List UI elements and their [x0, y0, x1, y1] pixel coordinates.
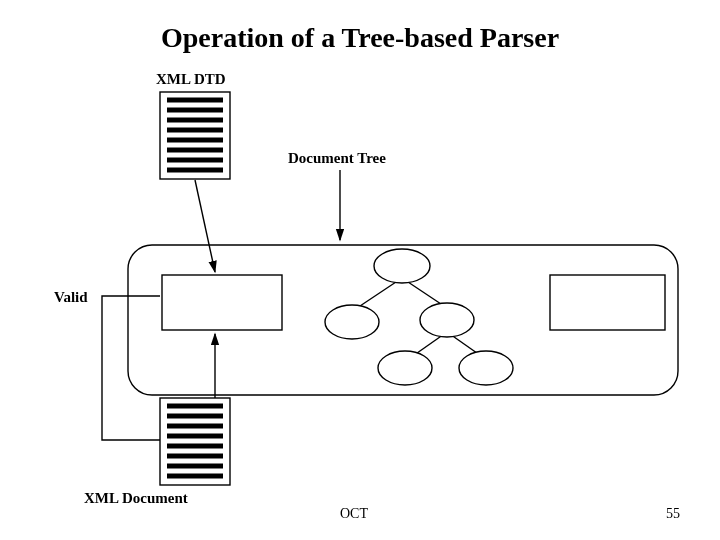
svg-point-22: [374, 249, 430, 283]
arrow-dtd-to-parser: [195, 180, 215, 272]
svg-point-25: [378, 351, 432, 385]
icon-xml-document-doc: [160, 398, 230, 485]
diagram-svg: [0, 0, 720, 540]
valid-path: [102, 296, 160, 440]
svg-rect-0: [160, 92, 230, 179]
icon-xml-dtd-doc: [160, 92, 230, 179]
box-application-logic: [550, 275, 665, 330]
document-tree-icon: [325, 249, 513, 385]
svg-point-23: [325, 305, 379, 339]
box-tree-based-parser: [162, 275, 282, 330]
svg-rect-9: [160, 398, 230, 485]
svg-point-26: [459, 351, 513, 385]
svg-point-24: [420, 303, 474, 337]
